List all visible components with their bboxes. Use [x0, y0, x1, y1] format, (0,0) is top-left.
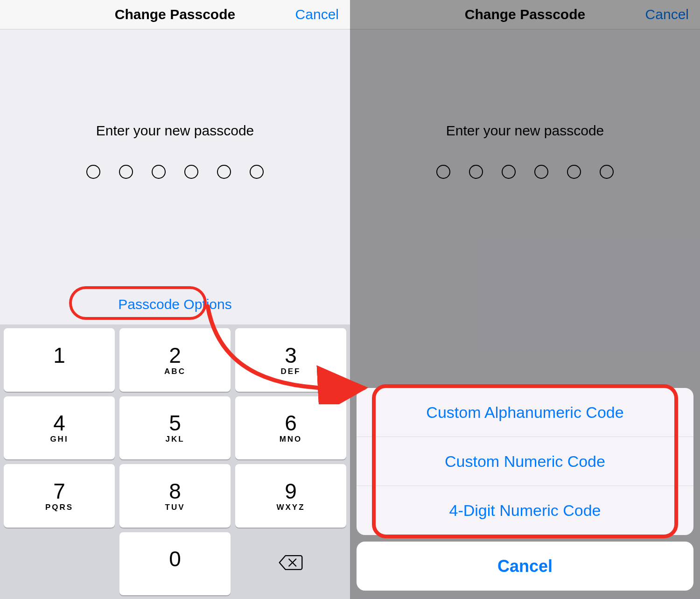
keypad-digit: 7	[53, 480, 65, 502]
keypad-letters: ABC	[164, 367, 186, 375]
keypad-digit: 0	[169, 548, 181, 570]
passcode-dots	[86, 165, 264, 179]
prompt-text: Enter your new passcode	[96, 123, 254, 139]
cancel-button[interactable]: Cancel	[295, 0, 339, 29]
keypad-letters: TUV	[165, 503, 185, 511]
keypad-blank	[4, 532, 115, 596]
keypad-key-6[interactable]: 6 MNO	[235, 396, 346, 460]
passcode-dot	[217, 165, 231, 179]
keypad-digit: 4	[53, 412, 65, 434]
keypad-key-4[interactable]: 4 GHI	[4, 396, 115, 460]
keypad-key-1[interactable]: 1	[4, 328, 115, 392]
action-sheet: Custom Alphanumeric Code Custom Numeric …	[357, 388, 693, 591]
keypad-backspace-button[interactable]	[235, 532, 346, 596]
left-pane: Change Passcode Cancel Enter your new pa…	[0, 0, 350, 599]
keypad-key-8[interactable]: 8 TUV	[119, 464, 231, 528]
backspace-icon	[278, 553, 304, 574]
action-sheet-cancel-button[interactable]: Cancel	[357, 542, 693, 591]
right-pane: Change Passcode Cancel Enter your new pa…	[350, 0, 700, 599]
keypad-digit: 2	[169, 345, 181, 366]
keypad-digit: 3	[285, 345, 297, 366]
keypad-key-5[interactable]: 5 JKL	[119, 396, 231, 460]
keypad-digit: 9	[285, 480, 297, 502]
passcode-dot	[184, 165, 198, 179]
keypad-digit: 8	[169, 480, 181, 502]
keypad-key-7[interactable]: 7 PQRS	[4, 464, 115, 528]
keypad-letters: DEF	[281, 367, 301, 375]
keypad-letters: JKL	[165, 435, 184, 443]
numeric-keypad: 1 2 ABC 3 DEF 4 GHI 5 JKL 6 MNO 7 PQRS 8	[0, 324, 350, 599]
keypad-letters: GHI	[50, 435, 68, 443]
keypad-key-3[interactable]: 3 DEF	[235, 328, 346, 392]
option-4-digit-numeric[interactable]: 4-Digit Numeric Code	[357, 486, 693, 535]
option-custom-numeric[interactable]: Custom Numeric Code	[357, 437, 693, 486]
passcode-dot	[152, 165, 166, 179]
keypad-key-2[interactable]: 2 ABC	[119, 328, 231, 392]
passcode-options-button[interactable]: Passcode Options	[101, 291, 248, 318]
keypad-key-0[interactable]: 0	[119, 532, 231, 596]
passcode-dot	[250, 165, 264, 179]
keypad-digit: 1	[53, 345, 65, 366]
keypad-key-9[interactable]: 9 WXYZ	[235, 464, 346, 528]
keypad-letters: MNO	[280, 435, 302, 443]
passcode-dot	[86, 165, 100, 179]
action-sheet-options: Custom Alphanumeric Code Custom Numeric …	[357, 388, 693, 535]
keypad-letters: PQRS	[45, 503, 73, 511]
keypad-letters: WXYZ	[276, 503, 305, 511]
keypad-digit: 6	[285, 412, 297, 434]
keypad-digit: 5	[169, 412, 181, 434]
option-custom-alphanumeric[interactable]: Custom Alphanumeric Code	[357, 388, 693, 437]
passcode-dot	[119, 165, 133, 179]
nav-bar: Change Passcode Cancel	[0, 0, 350, 29]
